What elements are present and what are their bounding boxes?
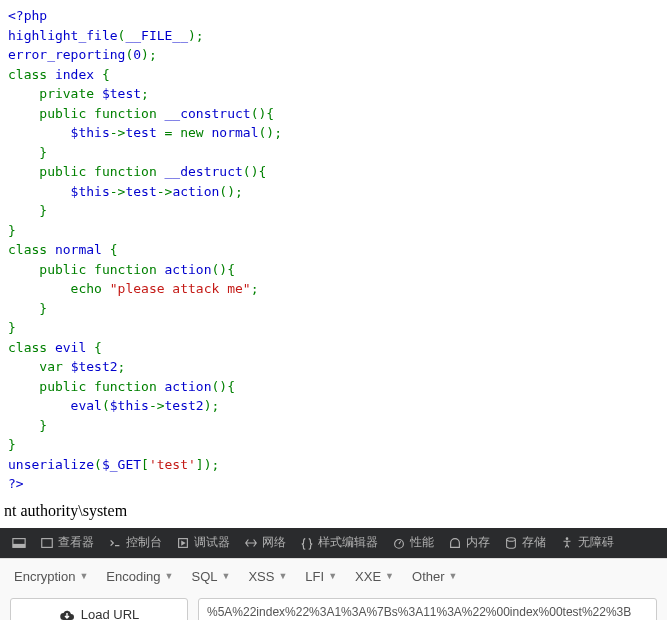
dock-icon[interactable] xyxy=(6,528,32,558)
menu-encryption[interactable]: Encryption ▼ xyxy=(14,569,88,584)
tab-console[interactable]: 控制台 xyxy=(102,528,168,558)
hackbar-menu: Encryption ▼ Encoding ▼ SQL ▼ XSS ▼ LFI … xyxy=(0,559,667,594)
load-url-label: Load URL xyxy=(81,607,140,620)
svg-rect-1 xyxy=(13,543,25,547)
url-input[interactable] xyxy=(198,598,657,621)
tab-memory[interactable]: 内存 xyxy=(442,528,496,558)
tab-network[interactable]: 网络 xyxy=(238,528,292,558)
load-url-button[interactable]: Load URL xyxy=(10,598,188,621)
menu-other[interactable]: Other ▼ xyxy=(412,569,457,584)
menu-xxe[interactable]: XXE ▼ xyxy=(355,569,394,584)
php-output: nt authority\system xyxy=(0,500,667,528)
menu-xss[interactable]: XSS ▼ xyxy=(248,569,287,584)
tab-style-editor[interactable]: 样式编辑器 xyxy=(294,528,384,558)
menu-lfi[interactable]: LFI ▼ xyxy=(305,569,337,584)
hackbar-panel: Encryption ▼ Encoding ▼ SQL ▼ XSS ▼ LFI … xyxy=(0,558,667,621)
cloud-download-icon xyxy=(59,607,75,621)
svg-rect-2 xyxy=(42,538,53,547)
tab-debugger[interactable]: 调试器 xyxy=(170,528,236,558)
menu-sql[interactable]: SQL ▼ xyxy=(191,569,230,584)
php-source-code: <?php highlight_file(__FILE__); error_re… xyxy=(0,0,667,500)
tab-inspector[interactable]: 查看器 xyxy=(34,528,100,558)
devtools-toolbar: 查看器 控制台 调试器 网络 样式编辑器 性能 内存 存储 无障碍 xyxy=(0,528,667,558)
tab-accessibility[interactable]: 无障碍 xyxy=(554,528,620,558)
tab-storage[interactable]: 存储 xyxy=(498,528,552,558)
svg-point-5 xyxy=(507,537,516,541)
tab-performance[interactable]: 性能 xyxy=(386,528,440,558)
svg-point-6 xyxy=(566,537,569,540)
menu-encoding[interactable]: Encoding ▼ xyxy=(106,569,173,584)
